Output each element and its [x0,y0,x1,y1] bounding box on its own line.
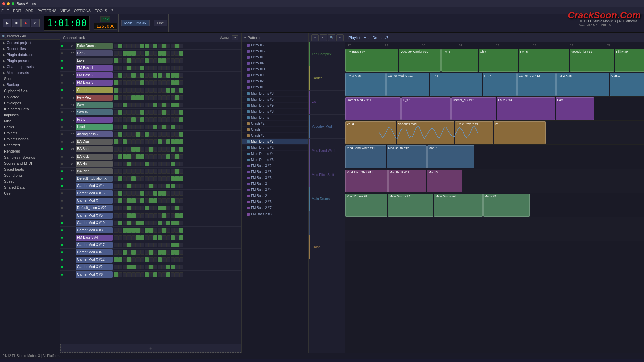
step-btn[interactable] [153,250,157,255]
step-btn[interactable] [118,243,122,247]
step-btn[interactable] [162,191,166,196]
step-btn[interactable] [140,162,144,166]
step-btn[interactable] [114,213,118,218]
step-btn[interactable] [162,103,166,107]
pattern-item[interactable]: Main Drums #7 [241,139,308,145]
menu-help[interactable]: ? [111,9,113,13]
channel-row[interactable]: 10 Saw #2 [60,109,241,116]
step-btn[interactable] [179,213,183,218]
step-btn[interactable] [131,44,136,48]
pattern-item[interactable]: Crash #3 [241,133,308,139]
channel-name-btn[interactable]: Default_ation X #22 [76,205,113,211]
step-btn[interactable] [149,162,153,166]
step-btn[interactable] [123,176,127,181]
step-btn[interactable] [131,243,136,247]
pattern-item[interactable]: FM Bass 3 #3 [241,175,308,181]
step-btn[interactable] [179,235,183,240]
pattern-item[interactable]: Main Drums [241,115,308,121]
step-btn[interactable] [118,73,122,78]
step-btn[interactable] [158,103,162,107]
step-btn[interactable] [145,95,149,100]
browser-item[interactable]: ▶Mixer presets [0,70,60,76]
browser-item[interactable]: Soundfonts [0,172,60,178]
channel-active-led[interactable] [61,45,63,47]
step-btn[interactable] [145,228,149,233]
step-btn[interactable] [166,228,170,233]
step-btn[interactable] [179,51,183,56]
track-row[interactable]: Mod Band Width #11Mod Ba..th #12Mod..13 [345,145,644,169]
channel-row[interactable]: Layer [60,57,241,64]
step-btn[interactable] [162,243,166,247]
channel-row[interactable]: 9 Filthy [60,116,241,123]
browser-item[interactable]: IL Shared Data [0,106,60,112]
step-btn[interactable] [127,117,131,122]
step-btn[interactable] [162,73,166,78]
step-btn[interactable] [136,228,140,233]
step-btn[interactable] [136,243,140,247]
step-btn[interactable] [153,132,157,137]
step-btn[interactable] [162,257,166,262]
step-btn[interactable] [175,139,179,144]
step-btn[interactable] [136,265,140,269]
step-btn[interactable] [171,80,175,85]
step-btn[interactable] [140,51,144,56]
step-btn[interactable] [149,44,153,48]
step-btn[interactable] [171,250,175,255]
step-btn[interactable] [145,272,149,277]
step-btn[interactable] [149,154,153,159]
channel-row[interactable]: Default_ation X #22 [60,204,241,212]
playlist-clip[interactable]: Main Drums #2 [345,194,387,217]
step-btn[interactable] [127,213,131,218]
channel-active-led[interactable] [61,178,63,180]
step-btn[interactable] [114,103,118,107]
step-btn[interactable] [158,125,162,129]
step-btn[interactable] [114,191,118,196]
step-btn[interactable] [145,169,149,174]
step-btn[interactable] [158,221,162,225]
step-btn[interactable] [149,132,153,137]
playlist-clip[interactable]: Mod Band Width #11 [345,145,386,168]
step-btn[interactable] [131,125,136,129]
browser-item[interactable]: Packs [0,124,60,130]
step-btn[interactable] [175,250,179,255]
playlist-clip[interactable]: Carrier_d X #12 [517,73,556,96]
step-btn[interactable] [145,162,149,166]
step-btn[interactable] [153,265,157,269]
step-btn[interactable] [171,154,175,159]
step-btn[interactable] [179,228,183,233]
channel-active-led[interactable] [61,215,63,217]
channel-name-btn[interactable]: Carrier Mod X #10 [76,220,113,226]
step-btn[interactable] [127,191,131,196]
step-btn[interactable] [166,80,170,85]
step-btn[interactable] [179,110,183,115]
playlist-clip[interactable]: Mod..13 [427,145,475,168]
step-btn[interactable] [145,139,149,144]
step-btn[interactable] [123,228,127,233]
step-btn[interactable] [153,206,157,210]
channel-name-btn[interactable]: FM Bass 1 [76,65,113,71]
step-btn[interactable] [162,66,166,70]
playlist-clip[interactable]: Vocode_ier #11 [570,49,614,72]
step-btn[interactable] [131,66,136,70]
step-btn[interactable] [140,117,144,122]
step-btn[interactable] [158,44,162,48]
pattern-item[interactable]: Filthy #2 [241,78,308,84]
step-btn[interactable] [166,51,170,56]
step-btn[interactable] [149,169,153,174]
step-btn[interactable] [149,176,153,181]
step-btn[interactable] [175,66,179,70]
step-btn[interactable] [136,191,140,196]
step-btn[interactable] [114,250,118,255]
pattern-item[interactable]: Main Drums #5 [241,97,308,103]
channel-active-led[interactable] [61,126,63,128]
step-btn[interactable] [114,88,118,93]
step-btn[interactable] [118,265,122,269]
stop-btn[interactable]: ■ [12,19,21,27]
step-btn[interactable] [118,198,122,203]
channel-active-led[interactable] [61,222,63,224]
step-btn[interactable] [118,272,122,277]
step-btn[interactable] [131,51,136,56]
step-btn[interactable] [149,250,153,255]
step-btn[interactable] [153,147,157,152]
step-btn[interactable] [123,191,127,196]
